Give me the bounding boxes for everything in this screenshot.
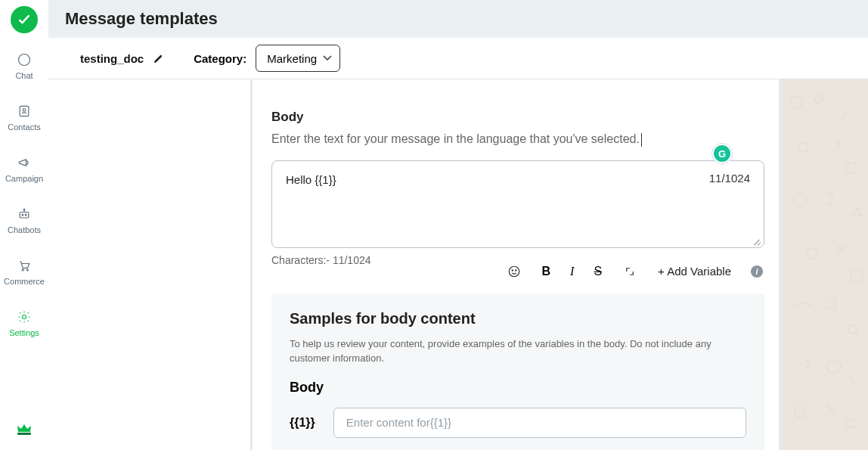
resize-handle[interactable] [752,235,761,244]
add-variable-button[interactable]: + Add Variable [658,265,731,278]
main-content: Body Enter the text for your message in … [255,79,781,450]
svg-rect-3 [20,213,29,219]
samples-title: Samples for body content [290,310,746,327]
edit-name-button[interactable] [153,52,165,64]
body-textarea[interactable]: Hello {{1}} 11/1024 [271,160,764,248]
svg-point-13 [515,270,516,271]
body-counter-inline: 11/1024 [709,172,750,185]
bold-button[interactable]: B [542,265,551,278]
doodle-pattern [781,79,868,450]
sample-variable-row: {{1}} [290,408,746,438]
sidebar-item-campaign[interactable]: Campaign [0,151,48,186]
gear-icon [16,309,33,325]
grammarly-icon: G [714,145,730,162]
sidebar-item-label: Contacts [8,123,40,132]
samples-section: Samples for body content To help us revi… [271,293,764,450]
contacts-icon [16,103,33,119]
cart-icon [16,257,33,274]
svg-point-4 [22,214,23,216]
chat-icon [16,51,33,68]
svg-point-15 [799,143,808,152]
sidebar-item-label: Campaign [5,174,43,183]
body-hint: Enter the text for your message in the l… [271,132,764,147]
svg-point-18 [806,248,817,259]
category-select[interactable]: Marketing [256,45,340,72]
grammarly-badge[interactable]: G [711,143,733,164]
svg-point-14 [790,96,802,108]
template-toolbar: testing_doc Category: Marketing [48,38,868,79]
template-name: testing_doc [80,52,144,65]
checkmark-icon [17,12,32,27]
crown-icon[interactable] [15,420,33,441]
svg-point-5 [25,214,26,216]
svg-point-11 [509,266,519,277]
sidebar-item-chatbots[interactable]: Chatbots [0,203,48,237]
svg-point-17 [793,194,807,207]
strikethrough-button[interactable]: S [594,265,602,278]
megaphone-icon [16,154,33,171]
svg-rect-16 [845,163,856,173]
sidebar-item-label: Settings [9,328,39,337]
italic-button[interactable]: I [570,265,574,278]
variable-input[interactable] [333,408,746,438]
emoji-icon [507,265,521,278]
left-panel [48,79,253,450]
code-icon [623,265,637,278]
sidebar-item-label: Commerce [4,277,45,286]
page-title: Message templates [65,9,218,29]
svg-point-12 [512,270,513,271]
sidebar-item-label: Chatbots [8,225,41,234]
body-section-title: Body [271,110,764,125]
sidebar-item-contacts[interactable]: Contacts [0,100,48,135]
pencil-icon [153,52,165,64]
samples-body-label: Body [290,380,746,396]
info-button[interactable]: i [751,265,763,278]
svg-point-7 [22,269,23,271]
sidebar-item-settings[interactable]: Settings [0,306,48,340]
svg-point-8 [26,269,28,271]
sidebar-item-commerce[interactable]: Commerce [0,254,48,289]
svg-point-6 [23,209,25,210]
preview-background [781,79,868,450]
category-label: Category: [194,52,246,65]
emoji-button[interactable] [506,263,522,280]
svg-point-21 [848,324,857,334]
svg-rect-24 [845,420,856,427]
variable-tag: {{1}} [290,416,315,430]
sidebar-item-chat[interactable]: Chat [0,48,48,83]
svg-point-2 [23,109,26,112]
page-header: Message templates [48,0,868,38]
svg-point-0 [19,54,30,66]
svg-rect-20 [826,299,835,308]
sidebar: Chat Contacts Campaign Chatbots Commerce… [0,0,48,450]
code-button[interactable] [622,263,638,280]
robot-icon [16,206,33,222]
svg-point-19 [851,270,863,282]
body-textarea-content: Hello {{1}} [286,173,750,186]
svg-point-23 [795,407,805,417]
app-logo[interactable] [11,6,38,33]
svg-point-22 [827,360,841,374]
svg-rect-10 [17,433,31,435]
svg-point-9 [23,315,26,319]
sidebar-item-label: Chat [15,71,33,80]
samples-hint: To help us review your content, provide … [290,337,721,366]
